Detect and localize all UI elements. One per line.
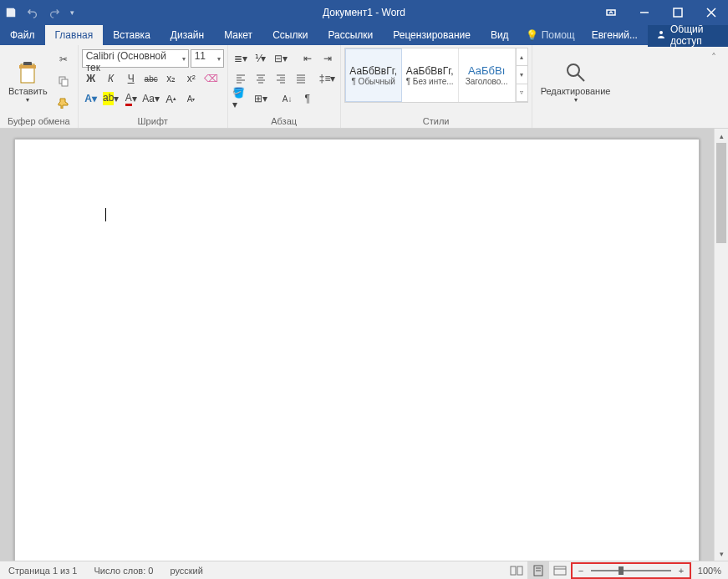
ribbon: Вставить ▾ ✂ Буфер обмена Calibri (Основ…	[0, 45, 728, 129]
svg-rect-10	[62, 79, 68, 86]
borders-button[interactable]: ⊞▾	[252, 89, 270, 108]
tab-mailings[interactable]: Рассылки	[318, 25, 383, 45]
group-label-paragraph: Абзац	[232, 114, 337, 128]
superscript-button[interactable]: x²	[182, 69, 201, 88]
maximize-icon[interactable]	[661, 0, 695, 25]
clear-format-button[interactable]: ⌫	[202, 69, 221, 88]
text-effects-button[interactable]: A▾	[82, 89, 100, 108]
editing-label: Редактирование	[541, 86, 611, 96]
page[interactable]	[14, 139, 700, 571]
highlight-button[interactable]: ab▾	[102, 89, 120, 108]
italic-button[interactable]: К	[102, 69, 120, 88]
minimize-icon[interactable]	[628, 0, 661, 25]
group-label-styles: Стили	[344, 114, 528, 128]
share-label: Общий доступ	[670, 23, 720, 47]
close-icon[interactable]	[695, 0, 728, 25]
tab-view[interactable]: Вид	[481, 25, 519, 45]
print-layout-icon[interactable]	[527, 561, 549, 580]
sort-button[interactable]: A↓	[278, 89, 297, 108]
style-normal[interactable]: АаБбВвГг, ¶ Обычный	[345, 48, 402, 102]
align-right-button[interactable]	[272, 69, 290, 88]
increase-indent-button[interactable]: ⇥	[318, 49, 337, 68]
tab-layout[interactable]: Макет	[214, 25, 262, 45]
tell-me-label: Помощ	[542, 29, 575, 41]
tab-file[interactable]: Файл	[0, 25, 45, 45]
tell-me[interactable]: 💡 Помощ	[519, 29, 582, 41]
title-bar: ▾ Документ1 - Word	[0, 0, 728, 25]
web-layout-icon[interactable]	[549, 561, 571, 580]
zoom-out-button[interactable]: −	[574, 566, 588, 576]
bullets-button[interactable]: ≣▾	[232, 49, 250, 68]
redo-icon[interactable]	[43, 0, 65, 25]
zoom-in-button[interactable]: +	[675, 566, 688, 576]
paste-button[interactable]: Вставить ▾	[3, 48, 53, 114]
scroll-thumb[interactable]	[716, 143, 726, 243]
word-count[interactable]: Число слов: 0	[85, 566, 161, 576]
strike-button[interactable]: abc	[142, 69, 160, 88]
scroll-up-icon[interactable]: ▴	[715, 129, 728, 143]
font-size-select[interactable]: 11▾	[191, 49, 224, 68]
justify-button[interactable]	[292, 69, 310, 88]
underline-button[interactable]: Ч	[122, 69, 140, 88]
zoom-thumb[interactable]	[619, 566, 624, 575]
collapse-ribbon-icon[interactable]: ˄	[705, 48, 723, 67]
text-cursor	[105, 208, 106, 221]
share-icon	[656, 29, 666, 42]
language-status[interactable]: русский	[161, 566, 211, 576]
line-spacing-button[interactable]: ‡≡▾	[318, 69, 337, 88]
save-icon[interactable]	[0, 0, 22, 25]
subscript-button[interactable]: x₂	[162, 69, 181, 88]
qat-customize-icon[interactable]: ▾	[65, 0, 79, 25]
user-name[interactable]: Евгений...	[582, 29, 648, 41]
scroll-down-icon[interactable]: ▾	[715, 546, 728, 561]
zoom-control: − +	[571, 562, 691, 579]
group-styles: АаБбВвГг, ¶ Обычный АаБбВвГг, ¶ Без инте…	[341, 45, 532, 128]
shading-button[interactable]: 🪣▾	[232, 89, 250, 108]
vertical-scrollbar[interactable]: ▴ ▾	[714, 129, 728, 561]
tab-insert[interactable]: Вставка	[103, 25, 160, 45]
cut-icon[interactable]: ✂	[54, 50, 73, 69]
svg-rect-2	[674, 8, 682, 17]
svg-point-5	[659, 31, 663, 34]
copy-icon[interactable]	[54, 72, 73, 90]
read-mode-icon[interactable]	[506, 561, 527, 580]
share-button[interactable]: Общий доступ	[648, 23, 728, 47]
decrease-indent-button[interactable]: ⇤	[298, 49, 317, 68]
change-case-button[interactable]: Aa▾	[142, 89, 160, 108]
tab-home[interactable]: Главная	[45, 25, 104, 45]
group-editing: Редактирование ▾	[532, 45, 619, 128]
svg-rect-34	[554, 566, 566, 575]
page-status[interactable]: Страница 1 из 1	[0, 566, 85, 576]
group-font: Calibri (Основной тек▾ 11▾ Ж К Ч abc x₂ …	[79, 45, 228, 128]
zoom-slider[interactable]	[591, 570, 671, 571]
svg-rect-8	[19, 65, 36, 69]
bulb-icon: 💡	[526, 29, 538, 41]
svg-line-28	[578, 74, 584, 81]
style-heading1[interactable]: АаБбВı Заголово...	[459, 48, 516, 102]
show-marks-button[interactable]: ¶	[298, 89, 317, 108]
align-left-button[interactable]	[232, 69, 250, 88]
font-color-button[interactable]: A▾	[122, 89, 140, 108]
grow-font-button[interactable]: A▴	[162, 89, 181, 108]
editing-button[interactable]: Редактирование ▾	[536, 48, 616, 114]
svg-rect-29	[511, 566, 516, 575]
format-painter-icon[interactable]	[54, 94, 73, 112]
font-name-select[interactable]: Calibri (Основной тек▾	[82, 49, 189, 68]
ribbon-options-icon[interactable]	[594, 0, 628, 25]
svg-rect-30	[517, 566, 522, 575]
align-center-button[interactable]	[252, 69, 270, 88]
zoom-value[interactable]: 100%	[691, 566, 728, 576]
tab-design[interactable]: Дизайн	[160, 25, 214, 45]
style-no-spacing[interactable]: АаБбВвГг, ¶ Без инте...	[402, 48, 459, 102]
tab-references[interactable]: Ссылки	[262, 25, 318, 45]
group-clipboard: Вставить ▾ ✂ Буфер обмена	[0, 45, 79, 128]
gallery-scroll[interactable]: ▴▾▿	[516, 48, 527, 102]
ribbon-tabs: Файл Главная Вставка Дизайн Макет Ссылки…	[0, 25, 728, 45]
numbering-button[interactable]: ⅟▾	[252, 49, 270, 68]
shrink-font-button[interactable]: A▾	[182, 89, 201, 108]
undo-icon[interactable]	[22, 0, 43, 25]
group-label-font: Шрифт	[82, 114, 224, 128]
tab-review[interactable]: Рецензирование	[383, 25, 481, 45]
multilevel-button[interactable]: ⊟▾	[272, 49, 290, 68]
styles-gallery[interactable]: АаБбВвГг, ¶ Обычный АаБбВвГг, ¶ Без инте…	[344, 48, 528, 103]
